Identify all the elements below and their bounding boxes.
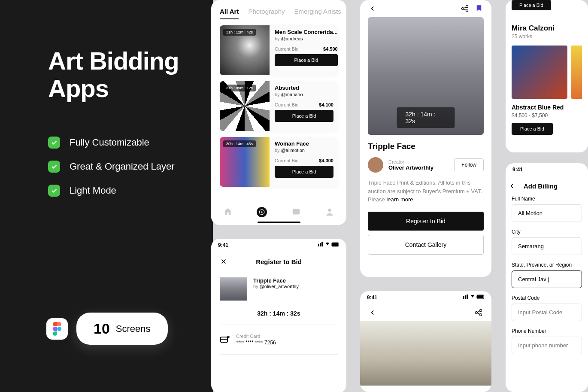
register-header: Register to Bid bbox=[211, 252, 346, 271]
art-thumbnail: 31h : 09m : 12s bbox=[220, 81, 270, 131]
back-icon[interactable] bbox=[369, 309, 376, 316]
nav-profile-icon[interactable] bbox=[325, 207, 334, 216]
art-title: Absurted bbox=[275, 85, 333, 91]
cc-label: Credit Card bbox=[236, 334, 276, 339]
signal-wifi-battery-icon bbox=[318, 242, 339, 247]
field-postal: Postal Code bbox=[512, 295, 582, 321]
creator-name: Oliver Artworthly bbox=[388, 164, 449, 171]
close-icon[interactable] bbox=[220, 258, 227, 265]
learn-more-link[interactable]: learn more bbox=[386, 196, 413, 203]
place-bid-button[interactable]: Place a Bid bbox=[512, 123, 553, 135]
tab-photography[interactable]: Photography bbox=[248, 8, 285, 19]
bid-value: $4,100 bbox=[319, 102, 333, 107]
contact-gallery-button[interactable]: Contact Gallery bbox=[368, 235, 484, 255]
status-time: 9:41 bbox=[512, 167, 523, 173]
screen-gallery: 9:41 bbox=[360, 291, 491, 392]
status-time: 9:41 bbox=[218, 242, 228, 248]
share-icon[interactable] bbox=[461, 4, 469, 13]
by-prefix: by bbox=[253, 284, 260, 289]
bookmark-icon[interactable] bbox=[475, 4, 483, 12]
author-handle: @mariano bbox=[281, 92, 303, 97]
by-prefix: by bbox=[275, 36, 281, 41]
feature-item: Light Mode bbox=[48, 185, 213, 197]
author-handle: @oliver_artworthly bbox=[260, 284, 299, 289]
postal-input[interactable] bbox=[512, 304, 582, 321]
status-bar: 9:41 bbox=[506, 163, 588, 176]
check-icon bbox=[48, 185, 60, 197]
register-bid-button[interactable]: Register to Bid bbox=[368, 212, 484, 231]
billing-form: Full Name City State, Province, or Regio… bbox=[506, 196, 588, 354]
city-label: City bbox=[512, 229, 582, 235]
phone-label: Phone Number bbox=[512, 328, 582, 334]
status-time: 9:41 bbox=[367, 295, 377, 301]
nav-inbox-icon[interactable] bbox=[291, 207, 301, 216]
nav-home-icon[interactable] bbox=[223, 207, 233, 216]
category-tabs: All Art Photography Emerging Artists Po bbox=[211, 0, 346, 19]
back-icon[interactable] bbox=[508, 182, 516, 190]
signal-wifi-battery-icon bbox=[463, 295, 485, 300]
creator-avatar bbox=[368, 157, 383, 173]
artwork-thumbnail[interactable] bbox=[571, 46, 582, 99]
art-list-item[interactable]: 30h : 14m : 45s Woman Face by @alimotion… bbox=[220, 137, 338, 187]
tab-emerging[interactable]: Emerging Artists bbox=[294, 8, 341, 19]
svg-point-21 bbox=[480, 310, 482, 312]
follow-button[interactable]: Follow bbox=[454, 158, 484, 171]
screens-badge: 10 Screens bbox=[76, 313, 168, 345]
svg-rect-16 bbox=[465, 295, 466, 299]
screen-listing: All Art Photography Emerging Artists Po … bbox=[211, 0, 346, 225]
features-list: Fully Customizable Great & Organized Lay… bbox=[48, 137, 213, 197]
svg-point-20 bbox=[476, 312, 478, 314]
bid-label: Current Bid bbox=[275, 158, 299, 163]
back-icon[interactable] bbox=[369, 5, 376, 12]
nav-explore-icon[interactable] bbox=[257, 207, 267, 217]
detail-body: Tripple Face Creator Oliver Artworthly F… bbox=[360, 135, 491, 261]
svg-rect-17 bbox=[467, 295, 468, 299]
state-input[interactable] bbox=[512, 270, 582, 288]
status-bar: 9:41 bbox=[360, 291, 491, 304]
art-list-item[interactable]: 31h : 09m : 12s Absurted by @mariano Cur… bbox=[220, 81, 338, 131]
divider bbox=[220, 354, 338, 355]
state-label: State, Province, or Region bbox=[512, 262, 582, 268]
svg-rect-9 bbox=[332, 243, 338, 246]
bid-row: Current Bid$4,100 bbox=[275, 102, 333, 107]
field-full-name: Full Name bbox=[512, 196, 582, 222]
screen-artist-card: Place a Bid Mira Calzoni 25 works Abstra… bbox=[506, 0, 588, 152]
bid-value: $4,300 bbox=[319, 158, 333, 163]
check-icon bbox=[48, 137, 60, 149]
svg-rect-15 bbox=[463, 296, 464, 299]
art-thumbnail: 31h : 12m : 42s bbox=[220, 25, 270, 75]
feature-text: Light Mode bbox=[70, 185, 116, 196]
credit-card-row[interactable]: Credit Card **** **** **** 7256 bbox=[211, 325, 346, 354]
artist-section: Mira Calzoni 25 works Abstract Blue Red … bbox=[506, 21, 588, 135]
city-input[interactable] bbox=[512, 237, 582, 255]
full-name-input[interactable] bbox=[512, 204, 582, 222]
place-bid-button[interactable]: Place a Bid bbox=[275, 166, 333, 178]
art-list-item[interactable]: 31h : 12m : 42s Men Scale Concrerida... … bbox=[220, 25, 338, 75]
creator-info: Creator Oliver Artworthly bbox=[388, 159, 449, 171]
full-name-label: Full Name bbox=[512, 196, 582, 202]
cc-number: **** **** **** 7256 bbox=[236, 340, 276, 346]
bid-label: Current Bid bbox=[275, 46, 299, 52]
svg-point-0 bbox=[57, 327, 61, 331]
bid-row: Current Bid$4,500 bbox=[275, 46, 338, 52]
credit-card-icon bbox=[220, 334, 230, 345]
gallery-hero-image bbox=[360, 321, 491, 386]
figma-badge bbox=[46, 318, 68, 340]
svg-point-14 bbox=[466, 10, 468, 12]
postal-label: Postal Code bbox=[512, 295, 582, 301]
share-icon[interactable] bbox=[474, 308, 483, 317]
place-bid-button[interactable]: Place a Bid bbox=[275, 54, 338, 66]
bid-label: Current Bid bbox=[275, 102, 299, 107]
artwork-thumbnail[interactable] bbox=[512, 46, 567, 99]
svg-point-2 bbox=[261, 211, 263, 213]
phone-input[interactable] bbox=[512, 337, 582, 354]
status-bar: 9:41 bbox=[211, 239, 346, 252]
artist-name: Mira Calzoni bbox=[512, 24, 582, 33]
place-bid-button[interactable]: Place a Bid bbox=[275, 110, 333, 122]
artwork-description: Triple Face Print & Editions. All lots i… bbox=[368, 179, 484, 204]
place-bid-button[interactable]: Place a Bid bbox=[512, 0, 551, 10]
art-list: 31h : 12m : 42s Men Scale Concrerida... … bbox=[211, 19, 346, 199]
price-range: $4,500 - $7,500 bbox=[512, 112, 582, 119]
home-indicator bbox=[258, 222, 300, 223]
tab-all-art[interactable]: All Art bbox=[220, 8, 239, 19]
